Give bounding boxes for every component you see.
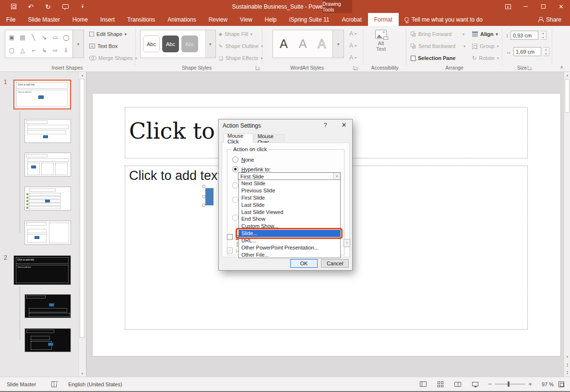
group-button[interactable]: Group ▾ xyxy=(472,41,499,51)
text-fill-button[interactable]: A ▾ xyxy=(349,30,356,37)
list-item-other-powerpoint-presentation[interactable]: Other PowerPoint Presentation... xyxy=(239,244,340,251)
tab-ispring-suite[interactable]: iSpring Suite 11 xyxy=(283,13,336,26)
zoom-out-button[interactable]: − xyxy=(487,380,492,388)
selection-handle[interactable] xyxy=(202,203,205,207)
text-effects-button[interactable]: A ▾ xyxy=(349,54,356,61)
text-box-button[interactable]: A Text Box xyxy=(89,41,118,51)
spin-down-icon[interactable]: ▼ xyxy=(543,52,549,56)
spell-check-button[interactable] xyxy=(51,381,57,387)
spin-down-icon[interactable]: ▼ xyxy=(540,36,546,40)
radio-run-macro[interactable] xyxy=(232,197,238,203)
scroll-down-icon[interactable]: ▼ xyxy=(79,370,85,377)
next-slide-button[interactable]: ▼▼ xyxy=(564,369,570,375)
layout-thumbnail-5[interactable] xyxy=(24,294,71,318)
send-backward-button[interactable]: Send Backward ▾ xyxy=(411,41,465,51)
wordart-style-2[interactable]: A xyxy=(295,35,311,53)
spin-up-icon[interactable]: ▲ xyxy=(540,31,546,36)
layout-thumbnail-4[interactable] xyxy=(24,221,71,245)
radio-hyperlink-to[interactable] xyxy=(232,166,238,172)
size-dialog-launcher[interactable]: ↘ xyxy=(528,66,532,70)
wordart-styles-more-button[interactable]: ▾ xyxy=(333,30,344,58)
edit-shape-button[interactable]: Edit Shape ▾ xyxy=(89,29,127,39)
shapes-gallery-more-button[interactable]: ▾ xyxy=(73,30,84,58)
shape-height-field[interactable]: 0,93 cm xyxy=(511,31,538,40)
wordart-style-3[interactable]: A xyxy=(313,35,330,53)
radio-none[interactable] xyxy=(232,156,238,163)
line-shape-icon[interactable]: ╲ xyxy=(32,35,35,40)
tab-acrobat[interactable]: Acrobat xyxy=(335,13,368,26)
elbow-connector-shape-icon[interactable]: ⌐ xyxy=(32,48,35,53)
list-item-next-slide[interactable]: Next Slide xyxy=(239,180,340,187)
previous-slide-button[interactable]: ▲▲ xyxy=(564,361,570,368)
wordart-styles-gallery[interactable]: A A A xyxy=(273,30,333,58)
tab-mouse-click[interactable]: Mouse Click xyxy=(224,133,253,143)
dialog-help-button[interactable]: ? xyxy=(321,122,329,129)
ribbon-display-options-button[interactable]: ▴ xyxy=(499,0,517,13)
main-scrollbar[interactable]: ▲ ▼ ▲▲ ▼▼ xyxy=(564,72,570,377)
fit-slide-to-window-button[interactable] xyxy=(558,381,564,387)
shape-height-spinner[interactable]: ▲ ▼ xyxy=(540,31,546,40)
list-item-slide[interactable]: Slide... xyxy=(239,230,340,237)
list-item-previous-slide[interactable]: Previous Slide xyxy=(239,187,340,194)
zoom-slider-thumb[interactable] xyxy=(508,381,510,387)
oval-shape-icon[interactable]: ◯ xyxy=(63,35,69,40)
arrow-shape-icon[interactable]: ↘ xyxy=(42,35,47,40)
alt-text-button[interactable]: Alt Text xyxy=(375,30,387,52)
maximize-button[interactable] xyxy=(534,0,552,13)
master-thumbnail-1[interactable]: Click to add title Click to add text xyxy=(13,80,71,109)
layout-thumbnail-2[interactable] xyxy=(24,153,71,177)
close-button[interactable]: ✕ xyxy=(552,0,570,13)
dialog-close-button[interactable]: ✕ xyxy=(339,121,349,129)
tab-mouse-over[interactable]: Mouse Over xyxy=(254,134,285,143)
rotate-button[interactable]: ↻ Rotate ▾ xyxy=(472,53,499,63)
content-placeholder-shape-icon[interactable]: ▣ xyxy=(9,35,14,40)
collapse-ribbon-button[interactable]: ∧ xyxy=(560,65,563,70)
scroll-up-icon[interactable]: ▲ xyxy=(564,72,570,78)
shape-width-field[interactable]: 1,69 cm xyxy=(513,47,541,56)
shapes-gallery[interactable]: ▣ ▤ ╲ ↘ ▭ ◯ ▢ △ ⌐ ↳ ⇨ ⇩ xyxy=(5,30,73,58)
layout-thumbnail-6[interactable] xyxy=(24,328,71,352)
tab-animations[interactable]: Animations xyxy=(161,13,202,26)
list-item-url[interactable]: URL... xyxy=(239,237,340,244)
view-status[interactable]: Slide Master xyxy=(7,381,36,387)
master-thumbnail-2[interactable]: Click to add title Click to add text xyxy=(13,255,71,285)
elbow-arrow-shape-icon[interactable]: ↳ xyxy=(42,48,47,53)
rounded-rectangle-shape-icon[interactable]: ▢ xyxy=(9,48,14,53)
play-sound-checkbox[interactable] xyxy=(227,234,233,240)
zoom-slider[interactable] xyxy=(495,384,525,384)
normal-view-button[interactable] xyxy=(415,377,432,392)
list-item-custom-show[interactable]: Custom Show... xyxy=(239,223,340,230)
cancel-button[interactable]: Cancel xyxy=(321,259,349,268)
tab-format[interactable]: Format xyxy=(368,13,399,26)
shape-width-spinner[interactable]: ▲ ▼ xyxy=(543,47,549,56)
slide-sorter-view-button[interactable] xyxy=(432,377,449,392)
tab-transitions[interactable]: Transitions xyxy=(121,13,161,26)
text-outline-button[interactable]: A ▾ xyxy=(349,42,356,49)
thumbnail-scrollbar[interactable]: ▲ ▼ xyxy=(79,72,85,377)
start-from-beginning-button[interactable] xyxy=(57,0,74,13)
sound-combo-arrow[interactable]: ˅ xyxy=(344,239,350,247)
tab-insert[interactable]: Insert xyxy=(94,13,121,26)
tab-file[interactable]: File xyxy=(0,13,22,26)
merge-shapes-button[interactable]: Merge Shapes ▾ xyxy=(89,53,137,63)
list-item-other-file[interactable]: Other File... xyxy=(239,251,340,259)
spin-up-icon[interactable]: ▲ xyxy=(543,48,549,52)
block-arrow-down-shape-icon[interactable]: ⇩ xyxy=(64,48,69,53)
shape-fill-button[interactable]: ◆ Shape Fill ▾ xyxy=(219,29,252,39)
tab-slide-master[interactable]: Slide Master xyxy=(22,13,66,26)
scroll-down-icon[interactable]: ▼ xyxy=(564,354,570,360)
triangle-shape-icon[interactable]: △ xyxy=(20,48,24,53)
slide-show-button[interactable] xyxy=(466,377,484,392)
tab-home[interactable]: Home xyxy=(66,13,94,26)
customize-qat-button[interactable]: ▾ xyxy=(74,0,91,13)
list-item-last-slide-viewed[interactable]: Last Slide Viewed xyxy=(239,209,340,216)
shape-styles-dialog-launcher[interactable]: ↘ xyxy=(256,66,260,70)
radio-none-label[interactable]: None xyxy=(241,157,254,163)
save-button[interactable] xyxy=(5,0,22,13)
shape-styles-gallery[interactable]: Abc Abc Abc xyxy=(140,30,205,58)
tell-me-box[interactable]: Tell me what you want to do xyxy=(399,13,488,26)
combo-dropdown-icon[interactable]: ˅ xyxy=(333,173,340,180)
zoom-percentage[interactable]: 97 % xyxy=(536,381,554,387)
selection-handle[interactable] xyxy=(202,195,205,198)
scroll-up-icon[interactable]: ▲ xyxy=(79,72,85,78)
